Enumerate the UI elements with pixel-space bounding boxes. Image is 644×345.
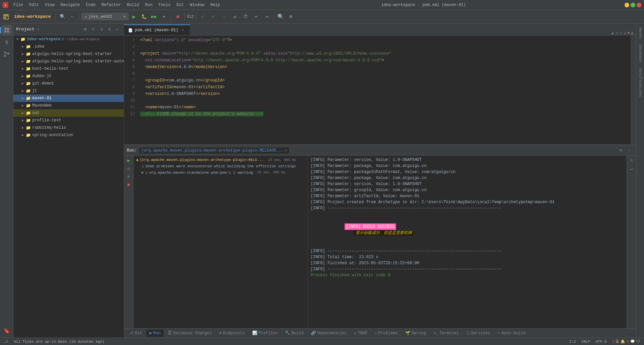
- menu-build[interactable]: Build: [124, 2, 142, 8]
- boot-hello-arrow: ▶: [20, 66, 25, 71]
- run-stop-button[interactable]: ■: [125, 181, 132, 188]
- tree-item-git-demo[interactable]: ▶ 📁 git-demo1: [13, 80, 124, 87]
- run-config-selector[interactable]: ☕ java_web01 ▾: [82, 13, 128, 20]
- sidebar-settings-button[interactable]: ⚙: [106, 26, 113, 33]
- run-with-coverage-button[interactable]: ▶▶: [149, 12, 159, 21]
- run-button[interactable]: ▶: [129, 12, 139, 21]
- tab-todo[interactable]: ☑ TODO: [351, 330, 371, 337]
- activity-pull-requests[interactable]: [1, 49, 12, 60]
- tree-item-mavenweb[interactable]: ▶ 📁 MavenWeb: [13, 102, 124, 109]
- minimize-button[interactable]: —: [625, 3, 629, 7]
- tree-root[interactable]: ▼ 📁 idea-workspace E:\idea-workspace: [13, 36, 124, 43]
- git-history-button[interactable]: ⏱: [241, 12, 250, 21]
- prev-error-button[interactable]: ▲: [631, 31, 633, 35]
- menu-run[interactable]: Run: [142, 2, 155, 8]
- menu-view[interactable]: View: [42, 2, 57, 8]
- tree-item-dubbo[interactable]: ▶ 📁 dubbo-jt: [13, 72, 124, 80]
- tab-run[interactable]: ▶ Run: [146, 330, 164, 337]
- menu-window[interactable]: Window: [187, 2, 207, 8]
- git-redo-button[interactable]: ↪: [262, 12, 272, 21]
- next-error-button[interactable]: ▼: [628, 31, 630, 35]
- tab-auto-build[interactable]: ⚡ Auto-build: [494, 330, 529, 337]
- tab-services[interactable]: ⬡ Services: [463, 330, 494, 337]
- run-tree-root[interactable]: ▲ [org.apache.maven.plugins:maven-archet…: [135, 157, 306, 163]
- tab-db-changes[interactable]: 🗄 Database Changes: [164, 330, 215, 337]
- activity-bookmarks[interactable]: 🔖: [1, 326, 12, 336]
- run-settings-button[interactable]: ⚙: [617, 147, 625, 154]
- run-play-button[interactable]: ▶: [125, 157, 132, 164]
- menu-refactor[interactable]: Refactor: [99, 2, 124, 8]
- code-editor[interactable]: <?xml version="1.0" encoding="UTF-8"?> <…: [138, 36, 631, 144]
- tab-dependencies[interactable]: 🔗 Dependencies: [308, 330, 350, 337]
- run-filter-button[interactable]: ≡: [125, 173, 132, 180]
- tree-item-idea[interactable]: ▶ 📁 .idea: [13, 43, 124, 50]
- run-collapse-button[interactable]: —: [626, 147, 633, 154]
- menu-git[interactable]: Git: [174, 2, 186, 8]
- status-position[interactable]: 1:1: [567, 338, 579, 345]
- sidebar-close-button[interactable]: —: [114, 26, 121, 33]
- activity-commit[interactable]: [1, 37, 12, 48]
- tab-spring[interactable]: 🌱 Spring: [402, 330, 429, 337]
- tree-item-rabbitmq[interactable]: ▶ 📁 rabbitmq-hello: [13, 124, 124, 131]
- tree-item-profile[interactable]: ▶ 📁 profile-test: [13, 117, 124, 124]
- run-tab-close[interactable]: ✕: [285, 149, 287, 153]
- tab-build[interactable]: 🔨 Build: [282, 330, 307, 337]
- git-push-button[interactable]: ↑: [219, 12, 229, 21]
- root-arrow: ▼: [15, 37, 20, 42]
- run-panel-header: Run: [org.apache.maven.plugins:maven-arc…: [124, 146, 636, 156]
- status-line-ending[interactable]: CRLF: [579, 338, 593, 345]
- tab-close-button[interactable]: ✕: [180, 27, 186, 33]
- menu-navigate[interactable]: Navigate: [58, 2, 83, 8]
- activity-project[interactable]: [1, 25, 12, 36]
- select-opened-button[interactable]: ⊣: [98, 26, 105, 33]
- collapse-all-button[interactable]: ≡: [90, 26, 97, 33]
- tab-terminal[interactable]: >_ Terminal: [430, 330, 462, 337]
- search-button[interactable]: 🔍: [276, 12, 285, 21]
- menu-edit[interactable]: Edit: [26, 2, 42, 8]
- menu-tools[interactable]: Tools: [156, 2, 173, 8]
- menu-file[interactable]: File: [11, 2, 26, 8]
- debug-button[interactable]: 🐛: [139, 12, 149, 21]
- editor-tab-pom[interactable]: 📄 pom.xml (maven-01) ✕: [124, 24, 190, 35]
- git-update-button[interactable]: ✓: [198, 12, 207, 21]
- tree-item-out[interactable]: ▶ 📁 out: [13, 109, 124, 117]
- tree-item-atguigu-auto[interactable]: ▶ 📁 atguigu-hello-spring-boot-starter-au…: [13, 58, 124, 65]
- maven-right-tab[interactable]: Maven: [637, 25, 644, 41]
- search-everywhere-button[interactable]: 🔍: [58, 12, 67, 21]
- new-element-button[interactable]: ⊕: [82, 26, 89, 33]
- run-output[interactable]: [INFO] Parameter: version, Value: 1.0-SN…: [308, 156, 627, 328]
- tree-item-boot-hello[interactable]: ▶ 📁 boot-hello-test: [13, 65, 124, 72]
- more-run-actions-button[interactable]: ▾: [159, 12, 169, 21]
- notifications-right-tab[interactable]: Notifications: [637, 66, 644, 100]
- close-button[interactable]: ✕: [637, 3, 641, 7]
- out-arrow: ▶: [20, 110, 25, 116]
- git-rollback-button[interactable]: ↺: [230, 12, 239, 21]
- maximize-button[interactable]: □: [631, 3, 635, 7]
- menu-code[interactable]: Code: [83, 2, 98, 8]
- git-commit-button[interactable]: ✓: [209, 12, 218, 21]
- status-encoding[interactable]: UTF-8: [593, 338, 609, 345]
- run-tree-item-2[interactable]: ▶ ⚠ org.apache.maven:standalone-pom:pom:…: [135, 169, 306, 176]
- tree-item-spring[interactable]: ▶ 📁 spring-annotation: [13, 131, 124, 139]
- stop-button[interactable]: ■: [173, 12, 182, 21]
- tree-item-jt[interactable]: ▶ 📁 jt: [13, 87, 124, 95]
- run-soft-wrap-button[interactable]: ↵: [628, 165, 635, 172]
- database-right-tab[interactable]: Database: [637, 42, 644, 65]
- tree-item-maven01[interactable]: ▶ 📁 maven-01: [13, 95, 124, 102]
- menu-help[interactable]: Help: [208, 2, 223, 8]
- run-tab-maven[interactable]: [org.apache.maven.plugins:maven-archetyp…: [139, 148, 289, 154]
- settings-button[interactable]: ⚙: [286, 12, 296, 21]
- git-undo-button[interactable]: ↩: [252, 12, 261, 21]
- maven01-label: maven-01: [32, 96, 52, 101]
- navigate-back-button[interactable]: ←: [68, 12, 77, 21]
- tree-item-atguigu-hello[interactable]: ▶ 📁 atguigu-hello-spring-boot-starter: [13, 50, 124, 58]
- status-git[interactable]: ⎇: [1, 338, 11, 345]
- tab-problems[interactable]: ⚠ Problems: [371, 330, 401, 337]
- run-rerun-button[interactable]: ↺: [125, 165, 132, 172]
- tab-git[interactable]: ⎇ Git: [125, 330, 146, 337]
- run-wrap-button[interactable]: ≡: [628, 157, 635, 164]
- tab-profiler[interactable]: 📊 Profiler: [249, 330, 281, 337]
- svg-rect-9: [7, 31, 9, 33]
- tab-endpoints[interactable]: ⊕ Endpoints: [216, 330, 248, 337]
- run-tree-item-1[interactable]: ⚠ Some problems were encountered while b…: [135, 163, 306, 169]
